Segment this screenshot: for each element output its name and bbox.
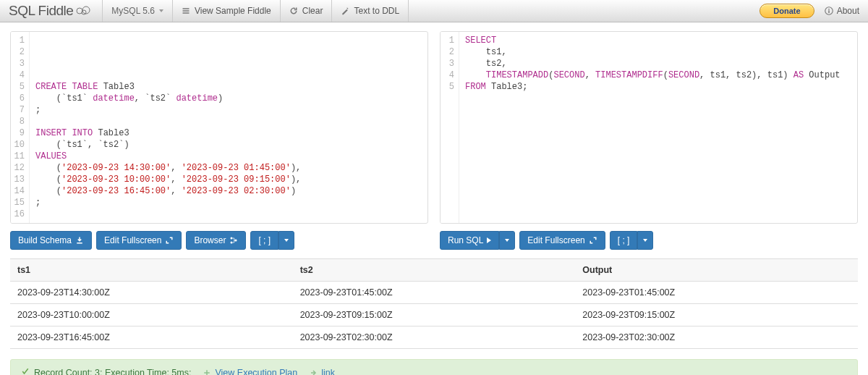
text-to-ddl-label: Text to DDL — [354, 6, 399, 16]
table-row: 2023-09-23T14:30:00Z2023-09-23T01:45:00Z… — [10, 282, 858, 304]
run-sql-label: Run SQL — [448, 235, 483, 245]
schema-code[interactable]: CREATE TABLE Table3 (`ts1` datetime, `ts… — [30, 32, 427, 223]
schema-edit-fullscreen-button[interactable]: Edit Fullscreen — [96, 231, 182, 250]
table-row: 2023-09-23T10:00:00Z2023-09-23T09:15:00Z… — [10, 304, 858, 326]
table-cell: 2023-09-23T02:30:00Z — [293, 326, 576, 349]
browser-label: Browser — [194, 235, 226, 245]
svg-rect-9 — [77, 243, 82, 244]
info-icon — [825, 7, 833, 15]
about-button[interactable]: About — [825, 6, 859, 16]
svg-rect-5 — [182, 12, 189, 14]
permalink-link[interactable]: link — [309, 368, 335, 376]
share-icon — [309, 368, 318, 376]
clear-label: Clear — [302, 6, 323, 16]
chevron-down-icon — [159, 9, 163, 12]
table-cell: 2023-09-23T09:15:00Z — [293, 304, 576, 326]
schema-editor[interactable]: 12345678910111213141516 CREATE TABLE Tab… — [10, 31, 428, 224]
brand-text: SQL Fiddle — [9, 3, 73, 19]
query-edit-fullscreen-label: Edit Fullscreen — [527, 235, 584, 245]
results-table: ts1ts2Output 2023-09-23T14:30:00Z2023-09… — [10, 258, 858, 349]
view-sample-label: View Sample Fiddle — [195, 6, 271, 16]
table-row: 2023-09-23T16:45:00Z2023-09-23T02:30:00Z… — [10, 326, 858, 349]
svg-rect-3 — [182, 8, 189, 9]
workspace: 12345678910111213141516 CREATE TABLE Tab… — [0, 22, 868, 224]
db-engine-label: MySQL 5.6 — [111, 6, 155, 16]
schema-terminator-button[interactable]: [ ; ] — [250, 231, 278, 250]
expand-icon — [165, 236, 174, 245]
build-schema-label: Build Schema — [18, 235, 72, 245]
schema-gutter: 12345678910111213141516 — [11, 32, 30, 223]
query-terminator-button[interactable]: [ ; ] — [610, 231, 638, 250]
build-schema-button[interactable]: Build Schema — [10, 231, 92, 250]
view-sample-button[interactable]: View Sample Fiddle — [173, 0, 281, 22]
button-rows: Build Schema Edit Fullscreen Browser [ ;… — [0, 224, 868, 250]
refresh-icon — [289, 7, 298, 15]
schema-buttons: Build Schema Edit Fullscreen Browser [ ;… — [10, 231, 428, 250]
query-buttons: Run SQL Edit Fullscreen [ ; ] — [440, 231, 858, 250]
view-execution-plan-label: View Execution Plan — [215, 368, 297, 376]
query-editor[interactable]: 12345 SELECT ts1, ts2, TIMESTAMPADD(SECO… — [440, 31, 858, 224]
query-code[interactable]: SELECT ts1, ts2, TIMESTAMPADD(SECOND, TI… — [459, 32, 857, 223]
schema-edit-fullscreen-label: Edit Fullscreen — [104, 235, 161, 245]
tree-icon — [229, 236, 238, 245]
schema-terminator-caret[interactable] — [278, 231, 294, 250]
results-header-row: ts1ts2Output — [10, 259, 858, 282]
brand-logo-icon — [75, 4, 92, 17]
plus-icon — [203, 368, 211, 376]
table-cell: 2023-09-23T01:45:00Z — [575, 282, 858, 304]
svg-rect-8 — [828, 9, 830, 10]
status-bar: Record Count: 3; Execution Time: 5ms; Vi… — [10, 359, 858, 375]
run-sql-button[interactable]: Run SQL — [440, 231, 499, 250]
db-engine-select[interactable]: MySQL 5.6 — [102, 0, 173, 22]
query-edit-fullscreen-button[interactable]: Edit Fullscreen — [519, 231, 605, 250]
browser-button[interactable]: Browser — [186, 231, 246, 250]
schema-terminator-label: [ ; ] — [258, 235, 271, 245]
table-cell: 2023-09-23T10:00:00Z — [10, 304, 293, 326]
expand-icon — [589, 236, 597, 245]
table-cell: 2023-09-23T01:45:00Z — [293, 282, 576, 304]
view-execution-plan-link[interactable]: View Execution Plan — [203, 368, 297, 376]
results-column-header: Output — [575, 259, 858, 282]
permalink-label: link — [321, 368, 335, 376]
download-icon — [75, 236, 84, 245]
status-summary: Record Count: 3; Execution Time: 5ms; — [34, 368, 191, 376]
table-cell: 2023-09-23T09:15:00Z — [575, 304, 858, 326]
table-cell: 2023-09-23T02:30:00Z — [575, 326, 858, 349]
topbar: SQL Fiddle MySQL 5.6 View Sample Fiddle … — [0, 0, 868, 22]
clear-button[interactable]: Clear — [281, 0, 333, 22]
svg-rect-7 — [828, 10, 830, 13]
brand[interactable]: SQL Fiddle — [9, 3, 92, 19]
chevron-down-icon — [643, 239, 647, 242]
table-cell: 2023-09-23T16:45:00Z — [10, 326, 293, 349]
chevron-down-icon — [505, 239, 509, 242]
results-column-header: ts1 — [10, 259, 293, 282]
list-icon — [182, 7, 190, 15]
text-to-ddl-button[interactable]: Text to DDL — [332, 0, 409, 22]
donate-button[interactable]: Donate — [760, 4, 814, 18]
query-gutter: 12345 — [441, 32, 459, 223]
wand-icon — [341, 7, 349, 15]
play-icon — [487, 237, 491, 243]
query-terminator-label: [ ; ] — [618, 235, 630, 245]
table-cell: 2023-09-23T14:30:00Z — [10, 282, 293, 304]
query-terminator-caret[interactable] — [637, 231, 653, 250]
svg-point-10 — [231, 237, 233, 240]
run-sql-caret[interactable] — [499, 231, 515, 250]
results-column-header: ts2 — [293, 259, 576, 282]
chevron-down-icon — [284, 239, 289, 242]
svg-rect-4 — [182, 10, 189, 12]
svg-point-11 — [231, 242, 233, 244]
about-label: About — [837, 6, 859, 16]
check-icon — [21, 367, 30, 375]
